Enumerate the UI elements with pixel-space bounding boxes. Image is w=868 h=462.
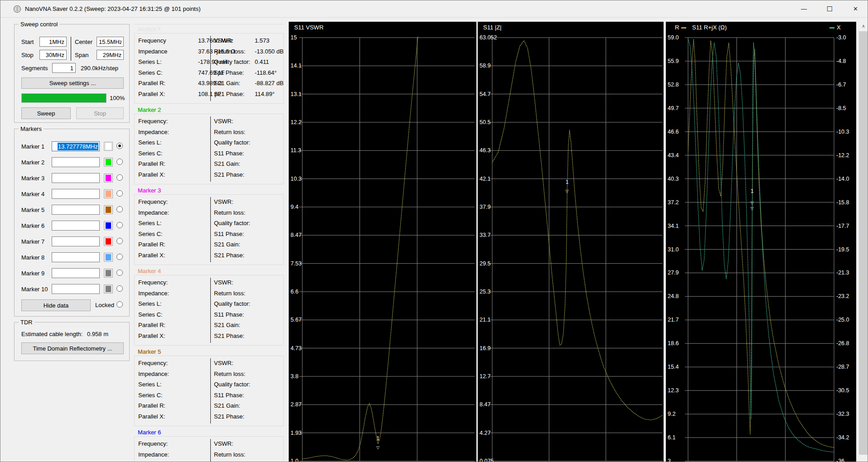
marker-field-label: S11 Phase: — [214, 69, 244, 76]
stop-field[interactable] — [39, 50, 67, 60]
marker-color-fill — [106, 207, 111, 213]
marker-color-swatch[interactable] — [104, 205, 113, 214]
axis-tick-label: 18.6 — [668, 340, 679, 346]
maximize-button[interactable]: ☐ — [817, 0, 843, 18]
marker-color-fill — [106, 175, 111, 181]
center-label: Center — [75, 38, 92, 45]
marker-color-swatch[interactable] — [104, 189, 113, 198]
span-field[interactable] — [97, 50, 124, 60]
marker-section-title: Marker 6 — [138, 429, 161, 436]
marker-field-value: -13.050 dB — [255, 48, 284, 55]
marker-freq-input[interactable] — [52, 157, 100, 167]
marker-radio[interactable] — [116, 238, 123, 244]
marker-indicator-number[interactable]: 1 — [376, 435, 379, 442]
close-button[interactable]: ✕ — [843, 0, 868, 18]
marker-field-label: S21 Gain: — [214, 322, 240, 328]
marker-field-label: Frequency — [138, 37, 166, 44]
axis-tick-label: -12.2 — [836, 152, 849, 159]
marker-color-swatch[interactable] — [104, 237, 113, 246]
marker-color-swatch[interactable] — [104, 253, 113, 262]
tdr-button[interactable]: Time Domain Reflectometry ... — [21, 342, 124, 354]
marker-color-swatch[interactable] — [104, 142, 113, 151]
marker-field-label: Frequency: — [138, 118, 168, 125]
marker-freq-input[interactable] — [52, 205, 100, 215]
marker-section-divider — [210, 116, 211, 182]
axis-tick-label: -30.5 — [836, 387, 849, 394]
minimize-button[interactable]: — — [791, 0, 817, 18]
marker-color-swatch[interactable] — [104, 284, 113, 294]
marker-freq-input[interactable] — [52, 268, 100, 278]
marker-field-label: Parallel X: — [138, 91, 165, 97]
marker-freq-input[interactable] — [52, 236, 100, 246]
marker-label: Marker 6 — [21, 222, 44, 229]
marker-radio[interactable] — [116, 222, 123, 228]
marker-field-label: S21 Phase: — [214, 171, 244, 178]
marker-freq-input[interactable] — [52, 284, 100, 294]
span-label: Span — [75, 52, 88, 58]
scrollbar-thumb[interactable] — [859, 31, 868, 455]
marker-field-label: Frequency: — [138, 360, 168, 366]
marker-field-label: S21 Gain: — [214, 80, 240, 87]
charts-scrollbar[interactable]: ∧ — [858, 22, 868, 462]
marker-color-swatch[interactable] — [104, 221, 113, 230]
chart-3[interactable]: R S11 R+jX (Ω) X 59.055.952.849.746.643.… — [666, 22, 856, 462]
marker-color-swatch[interactable] — [104, 173, 113, 183]
chart-2[interactable]: S11 |Z| 63.05258.954.750.546.342.137.933… — [478, 22, 664, 462]
marker-radio[interactable] — [116, 270, 123, 276]
marker-radio[interactable] — [116, 254, 123, 260]
marker-freq-selected-text: 13.727778MHz — [58, 143, 98, 150]
sweep-button[interactable]: Sweep — [21, 107, 71, 119]
marker-radio[interactable] — [116, 159, 123, 165]
center-field[interactable] — [97, 37, 124, 47]
axis-tick-label: 33.7 — [480, 232, 490, 238]
marker-section-box: Frequency:Impedance:Series L:Series C:Pa… — [134, 275, 284, 346]
axis-tick-label: 37.9 — [480, 204, 490, 210]
marker-freq-input[interactable] — [52, 173, 100, 183]
marker-section-box: Frequency:Impedance:Series L:Series C:Pa… — [134, 356, 284, 426]
markers-group: Markers Marker 113.727778MHzMarker 2Mark… — [14, 129, 130, 317]
axis-tick-label: 24.8 — [668, 293, 679, 299]
marker-radio[interactable] — [116, 285, 123, 292]
marker-section-box: Frequency:Impedance:Series L:Series C:Pa… — [134, 436, 284, 462]
marker-color-swatch[interactable] — [104, 269, 113, 278]
axis-tick-label: 55.9 — [668, 58, 679, 64]
chart-canvas[interactable]: 59.055.952.849.746.643.440.337.234.131.0… — [666, 22, 856, 462]
marker-freq-input[interactable] — [52, 189, 100, 199]
chart-canvas[interactable]: 63.05258.954.750.546.342.137.933.729.525… — [478, 22, 664, 462]
locked-radio[interactable] — [116, 301, 123, 308]
segments-field[interactable] — [52, 63, 76, 73]
marker-color-fill — [106, 286, 111, 292]
marker-label: Marker 5 — [21, 207, 44, 213]
start-field[interactable] — [39, 37, 67, 47]
marker-field-label: S11 Phase: — [214, 150, 244, 157]
chart-1[interactable]: S11 VSWR 1514.113.112.211.310.39.48.477.… — [289, 22, 476, 462]
marker-radio[interactable] — [116, 174, 123, 181]
stop-button[interactable]: Stop — [76, 107, 124, 119]
axis-tick-label: 4.73 — [291, 345, 301, 351]
marker-indicator-number[interactable]: 1 — [566, 179, 569, 185]
marker-field-label: S21 Phase: — [214, 413, 244, 420]
sweep-settings-button[interactable]: Sweep settings ... — [21, 77, 124, 89]
marker-field-label: Impedance: — [138, 129, 169, 135]
marker-freq-input[interactable] — [52, 221, 100, 231]
marker-freq-input[interactable] — [52, 252, 100, 262]
marker-radio[interactable] — [116, 206, 123, 212]
axis-tick-label: 27.9 — [668, 270, 679, 276]
axis-tick-label: -17.7 — [836, 223, 849, 229]
marker-indicator-number[interactable]: 1 — [751, 188, 754, 194]
marker-freq-input[interactable]: 13.727778MHz — [52, 141, 100, 151]
marker-indicator-triangle[interactable]: ▽ — [376, 445, 379, 450]
title-bar[interactable]: NanoVNA Saver 0.2.2 (Sweep: 2023-04-27 1… — [0, 0, 868, 18]
marker-field-label: Impedance: — [138, 451, 169, 458]
scroll-up-icon[interactable]: ∧ — [858, 22, 868, 31]
marker-radio[interactable] — [116, 190, 123, 197]
axis-tick-label: 46.3 — [480, 147, 490, 154]
marker-indicator-triangle[interactable]: ▽ — [566, 189, 569, 193]
marker-indicator-triangle[interactable]: ▽ — [751, 201, 754, 205]
hide-data-button[interactable]: Hide data — [21, 299, 91, 311]
marker-indicator-triangle[interactable]: ▽ — [751, 206, 754, 211]
marker-radio[interactable] — [116, 143, 123, 149]
marker-color-swatch[interactable] — [104, 158, 113, 167]
marker-section-box: Frequency13.7600 MHzImpedance37.63 -j15.… — [134, 33, 284, 104]
chart-canvas[interactable]: 1514.113.112.211.310.39.48.477.536.65.67… — [289, 22, 476, 462]
